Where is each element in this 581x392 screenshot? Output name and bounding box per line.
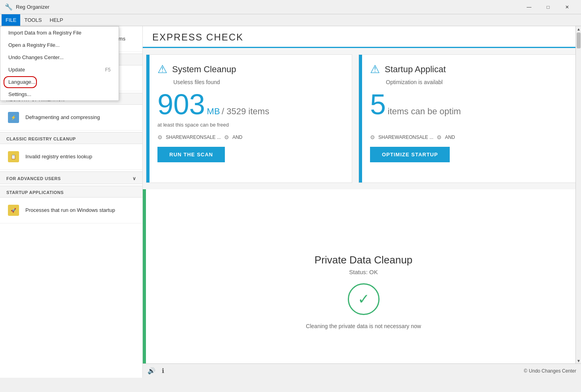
invalid-entries-icon: 📋 (6, 150, 21, 164)
app-title: Reg Organizer (16, 4, 520, 10)
system-cleanup-card: ⚠ System Cleanup Useless files found 903… (146, 54, 352, 183)
system-cleanup-numbers: 903 MB / 3529 items (157, 90, 344, 119)
scroll-down-button[interactable]: ▼ (576, 358, 581, 363)
sidebar-item-invalid-entries-label: Invalid registry entries lookup (25, 153, 92, 160)
startup-card-numbers: 5 items can be optim (370, 90, 569, 119)
bottom-section: Private Data Cleanup Status: OK ✓ Cleani… (143, 189, 581, 378)
startup-card-content: ⚠ Startup Applicat Optimization is avail… (359, 55, 577, 170)
startup-badge-2: AND (445, 135, 455, 140)
system-cleanup-mb: 903 (157, 88, 205, 120)
sidebar-item-startup[interactable]: 🚀 Processes that run on Windows startup (0, 198, 142, 223)
run-scan-button[interactable]: RUN THE SCAN (157, 147, 225, 162)
sidebar-item-invalid-entries[interactable]: 📋 Invalid registry entries lookup (0, 144, 142, 170)
advanced-chevron-icon: ∨ (132, 176, 136, 181)
sound-icon: 🔊 (148, 367, 155, 375)
check-circle: ✓ (348, 283, 380, 315)
sidebar-item-defrag-label: Defragmenting and compressing (25, 114, 100, 121)
system-cleanup-note: at least this space can be freed (157, 122, 344, 128)
sidebar-section-startup: STARTUP APPLICATIONS (0, 186, 142, 198)
badge-gear-icon: ⚙ (157, 134, 163, 140)
main-content: EXPRESS CHECK ⚠ System Cleanup Useless f… (143, 26, 581, 378)
express-check-header: EXPRESS CHECK (143, 26, 581, 48)
title-bar: 🔧 Reg Organizer — □ ✕ (0, 0, 581, 14)
startup-card-title: Startup Applicat (385, 64, 446, 75)
startup-badges: ⚙ SHAREWAREONSALE ... ⚙ AND (370, 134, 569, 140)
cards-area: ⚠ System Cleanup Useless files found 903… (143, 48, 581, 183)
badge-1-label: SHAREWAREONSALE ... (166, 135, 221, 140)
copyright-symbol: © (524, 368, 527, 374)
card-badges: ⚙ SHAREWAREONSALE ... ⚙ AND (157, 134, 344, 140)
checkmark-icon: ✓ (358, 291, 370, 307)
scrollbar-thumb[interactable] (577, 33, 581, 48)
startup-icon: 🚀 (6, 203, 21, 217)
startup-warning-icon: ⚠ (370, 63, 380, 76)
badge-gear-icon-2: ⚙ (224, 134, 229, 140)
maximize-button[interactable]: □ (539, 1, 557, 13)
badge-2-label: AND (232, 135, 242, 140)
menu-file[interactable]: FILE (2, 14, 20, 26)
startup-badge-1: SHAREWAREONSALE ... (378, 135, 433, 140)
sidebar-item-defrag[interactable]: ⚡ Defragmenting and compressing (0, 105, 142, 131)
startup-card-header: ⚠ Startup Applicat (370, 63, 569, 76)
system-cleanup-title: System Cleanup (172, 64, 236, 75)
scroll-up-button[interactable]: ▲ (576, 26, 581, 32)
menu-settings[interactable]: Settings... (0, 88, 119, 100)
menu-bar: FILE TOOLS HELP Import Data from a Regis… (0, 14, 581, 26)
minimize-button[interactable]: — (520, 1, 538, 13)
undo-label: Undo Changes Center (529, 368, 576, 374)
menu-undo-changes[interactable]: Undo Changes Center... (0, 51, 119, 63)
menu-help[interactable]: HELP (46, 14, 67, 26)
system-cleanup-subtitle: Useless files found (173, 79, 344, 85)
app-icon: 🔧 (5, 3, 13, 11)
card-content: ⚠ System Cleanup Useless files found 903… (146, 55, 352, 170)
green-bar (143, 189, 146, 378)
window-controls: — □ ✕ (520, 1, 576, 13)
private-data-status: Status: OK (349, 269, 378, 275)
startup-card-number: 5 (370, 88, 386, 120)
undo-changes-center: © Undo Changes Center (524, 368, 576, 374)
private-data-content: Private Data Cleanup Status: OK ✓ Cleani… (146, 189, 581, 378)
startup-card-bar (359, 55, 362, 183)
scrollbar: ▲ ▼ (575, 26, 581, 363)
sidebar-section-classic-reg: CLASSIC REGISTRY CLEANUP (0, 132, 142, 144)
startup-card: ⚠ Startup Applicat Optimization is avail… (359, 54, 578, 183)
optimize-startup-button[interactable]: OPTIMIZE STARTUP (370, 147, 450, 162)
startup-card-subtitle: Optimization is availabl (386, 79, 569, 85)
close-button[interactable]: ✕ (558, 1, 576, 13)
menu-open-registry[interactable]: Open a Registry File... (0, 39, 119, 51)
private-data-title: Private Data Cleanup (314, 254, 412, 266)
express-check-title: EXPRESS CHECK (152, 32, 571, 43)
menu-import[interactable]: Import Data from a Registry File (0, 27, 119, 39)
card-teal-bar (146, 55, 150, 183)
private-data-note: Cleaning the private data is not necessa… (306, 323, 421, 329)
status-left: 🔊 ℹ (148, 367, 164, 375)
status-bar: 🔊 ℹ © Undo Changes Center (143, 363, 581, 378)
warning-icon: ⚠ (157, 63, 167, 76)
card-header: ⚠ System Cleanup (157, 63, 344, 76)
info-icon: ℹ (162, 367, 164, 375)
sidebar-section-advanced[interactable]: FOR ADVANCED USERS ∨ (0, 171, 142, 184)
menu-update[interactable]: Update F5 (0, 63, 119, 76)
menu-language[interactable]: Language... (0, 76, 119, 88)
defrag-icon: ⚡ (6, 110, 21, 125)
sidebar-item-startup-label: Processes that run on Windows startup (25, 207, 115, 214)
file-dropdown: Import Data from a Registry File Open a … (0, 26, 119, 101)
menu-tools[interactable]: TOOLS (20, 14, 46, 26)
